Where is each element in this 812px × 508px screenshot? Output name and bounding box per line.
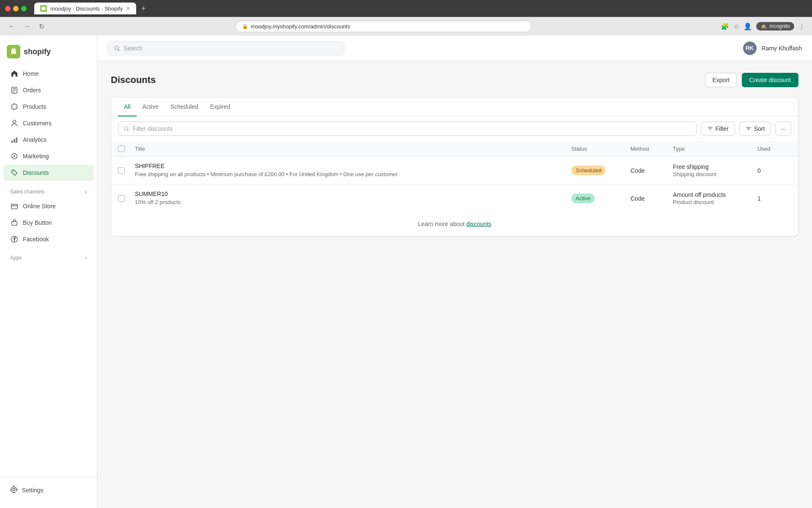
address-bar[interactable]: 🔒 moodjoy.myshopify.com/admin/discounts (236, 21, 532, 32)
discount-desc-1: Free shipping on all products • Minimum … (135, 171, 571, 178)
profile-icon[interactable]: 👤 (743, 22, 752, 30)
orders-icon (10, 86, 19, 94)
discount-desc-2: 10% off 2 products (135, 199, 571, 206)
tab-title: moodjoy · Discounts · Shopify (50, 6, 123, 12)
sidebar-item-products[interactable]: Products (3, 99, 93, 115)
status-badge-2: Active (571, 193, 595, 203)
sales-channels-section[interactable]: Sales channels › (3, 184, 93, 198)
filter-button[interactable]: Filter (701, 121, 735, 136)
sidebar-item-online-store[interactable]: Online Store (3, 198, 93, 214)
learn-more-text: Learn more about (418, 221, 466, 227)
forward-button[interactable]: → (22, 21, 32, 32)
new-tab-button[interactable]: + (141, 4, 146, 13)
refresh-button[interactable]: ↻ (37, 21, 46, 32)
tab-favicon (40, 5, 47, 12)
discount-title-1: SHIPFREE (135, 163, 571, 169)
filter-input[interactable] (133, 125, 691, 132)
right-column: RK Ramy Khuffash Discounts Export Create… (97, 36, 812, 508)
incognito-badge: 🕵️ Incognito (756, 22, 794, 30)
sidebar-item-discounts[interactable]: Discounts (3, 165, 93, 181)
row-status-cell-1: Scheduled (571, 166, 631, 175)
svg-rect-6 (14, 139, 15, 143)
minimize-dot[interactable] (13, 6, 19, 11)
products-icon (10, 102, 19, 111)
sidebar-item-marketing-label: Marketing (23, 153, 49, 160)
sidebar-item-buy-button[interactable]: Buy Button (3, 215, 93, 231)
table-row[interactable]: SUMMER10 10% off 2 products Active Code … (111, 185, 798, 212)
svg-point-15 (124, 127, 128, 130)
sidebar-item-settings[interactable]: Settings (7, 482, 90, 498)
export-button[interactable]: Export (705, 73, 736, 87)
discounts-link[interactable]: discounts (466, 221, 491, 227)
discounts-card: All Active Scheduled Expired Filter (111, 97, 798, 236)
sidebar-item-marketing[interactable]: Marketing (3, 148, 93, 164)
row-checkbox-1[interactable] (118, 167, 135, 174)
sidebar-item-orders[interactable]: Orders (3, 82, 93, 98)
filter-search-icon (123, 126, 129, 132)
maximize-dot[interactable] (21, 6, 27, 11)
row-checkbox-2[interactable] (118, 195, 135, 202)
sidebar-item-analytics[interactable]: Analytics (3, 132, 93, 148)
svg-point-4 (13, 120, 16, 123)
user-name: Ramy Khuffash (762, 45, 802, 52)
search-bar[interactable] (107, 41, 344, 55)
bookmark-icon[interactable]: ☆ (733, 22, 739, 30)
browser-nav-bar: ← → ↻ 🔒 moodjoy.myshopify.com/admin/disc… (0, 17, 812, 36)
filter-search-bar[interactable] (118, 121, 697, 136)
browser-chrome: moodjoy · Discounts · Shopify ✕ + (0, 0, 812, 17)
sidebar-item-facebook[interactable]: Facebook (3, 231, 93, 247)
svg-point-13 (115, 46, 118, 50)
col-used: Used (757, 146, 791, 152)
tab-scheduled[interactable]: Scheduled (165, 98, 204, 116)
col-title: Title (135, 146, 571, 152)
search-input[interactable] (123, 45, 338, 52)
status-badge-1: Scheduled (571, 166, 606, 175)
tab-all[interactable]: All (118, 98, 137, 116)
back-button[interactable]: ← (7, 21, 17, 32)
sidebar-item-online-store-label: Online Store (23, 203, 56, 210)
more-options-button[interactable]: ··· (775, 121, 791, 136)
svg-line-14 (118, 49, 119, 50)
type-main-2: Amount off products (673, 191, 757, 198)
svg-rect-9 (11, 204, 17, 209)
browser-dots (5, 6, 27, 11)
tab-close-button[interactable]: ✕ (126, 6, 130, 11)
app-layout: shopify Home Orders Products (0, 36, 812, 508)
browser-tab[interactable]: moodjoy · Discounts · Shopify ✕ (34, 3, 136, 14)
extensions-icon[interactable]: 🧩 (721, 22, 729, 30)
sidebar-item-customers[interactable]: Customers (3, 115, 93, 131)
table-header: Title Status Method Type Used (111, 141, 798, 157)
svg-point-8 (13, 171, 14, 172)
page-header: Discounts Export Create discount (111, 73, 798, 87)
lock-icon: 🔒 (242, 23, 248, 29)
close-dot[interactable] (5, 6, 11, 11)
sidebar-item-home[interactable]: Home (3, 66, 93, 82)
apps-section[interactable]: Apps › (3, 251, 93, 263)
create-discount-button[interactable]: Create discount (742, 73, 798, 87)
incognito-label: Incognito (769, 23, 790, 29)
row-type-cell-2: Amount off products Product discount (673, 191, 757, 205)
more-options-icon[interactable]: ⋮ (798, 22, 805, 30)
svg-rect-7 (16, 138, 18, 143)
sort-icon (746, 126, 752, 132)
col-type: Type (673, 146, 757, 152)
sidebar-item-analytics-label: Analytics (23, 136, 47, 143)
row-status-cell-2: Active (571, 193, 631, 203)
browser-actions: 🧩 ☆ 👤 🕵️ Incognito ⋮ (721, 22, 805, 30)
sort-button[interactable]: Sort (739, 121, 771, 136)
header-actions: Export Create discount (705, 73, 798, 87)
tab-expired[interactable]: Expired (204, 98, 236, 116)
tab-active[interactable]: Active (137, 98, 165, 116)
sales-channels-label: Sales channels (10, 189, 44, 195)
sidebar-item-products-label: Products (23, 103, 46, 110)
select-all-checkbox[interactable] (118, 145, 135, 152)
topbar: RK Ramy Khuffash (97, 36, 812, 61)
online-store-icon (10, 202, 19, 210)
toolbar: Filter Sort ··· (111, 116, 798, 141)
discounts-table: Title Status Method Type Used SHIPFREE F… (111, 141, 798, 212)
row-used-cell-2: 1 (757, 195, 791, 202)
sidebar: shopify Home Orders Products (0, 36, 97, 508)
table-row[interactable]: SHIPFREE Free shipping on all products •… (111, 157, 798, 185)
sidebar-logo: shopify (0, 41, 97, 65)
filter-icon (707, 126, 713, 132)
